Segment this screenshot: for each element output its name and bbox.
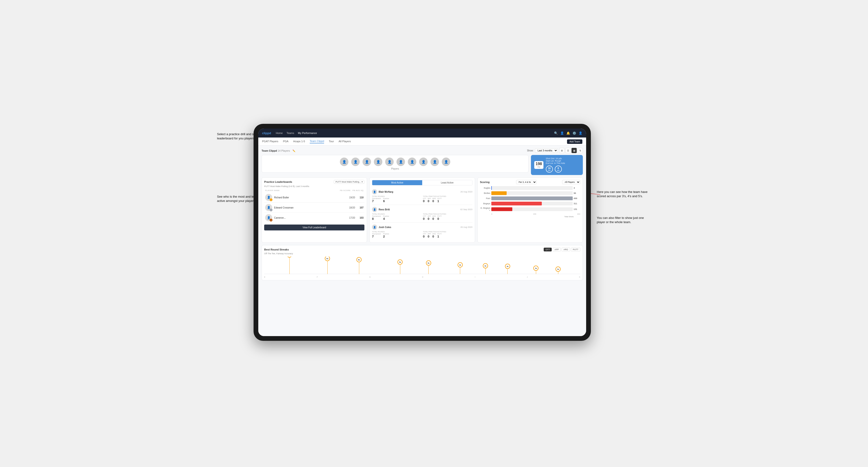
player-avatar[interactable]: 👤 xyxy=(442,158,450,166)
player-score-1: 19/20 xyxy=(346,196,355,199)
app-value-3: 0 xyxy=(428,235,431,238)
edit-icon[interactable]: ✏️ xyxy=(292,150,295,152)
nav-my-performance[interactable]: My Performance xyxy=(298,132,317,134)
player-avg-2: 107 xyxy=(357,206,364,209)
streaks-subtitle: Off The Tee, Fairway Accuracy xyxy=(264,252,580,255)
streak-line xyxy=(400,264,400,274)
par-filter-dropdown[interactable]: Par 3, 4 & 5s Par 3s Par 4s Par 5s xyxy=(516,180,536,184)
streak-dot: 6x xyxy=(325,257,330,274)
practice-col: Practice 6 xyxy=(383,198,389,203)
bar-fill-pars xyxy=(491,196,573,200)
streaks-tab-arg[interactable]: ARG xyxy=(562,248,570,251)
activity-avatar-1[interactable]: 👤 xyxy=(372,189,377,194)
player-name-1: Richard Butler xyxy=(274,196,345,199)
streaks-card: Best Round Streaks OTT APP ARG PUTT Off … xyxy=(261,245,583,280)
ott-value-3: 0 xyxy=(423,235,426,238)
least-active-tab[interactable]: Least Active xyxy=(422,180,472,185)
leaderboard-dropdown[interactable]: PUTT Must Make Putting... ▾ xyxy=(334,180,365,184)
player-avg-1: 110 xyxy=(357,196,364,199)
player-avatar[interactable]: 👤 xyxy=(397,158,405,166)
player-avatar[interactable]: 👤 xyxy=(363,158,371,166)
table-row: 👤 1 Richard Butler 19/20 110 xyxy=(264,192,365,203)
subnav-pgat[interactable]: PGAT Players xyxy=(262,140,278,143)
subnav-team-clippd[interactable]: Team Clippd xyxy=(310,139,324,144)
arg-col-3: ARG 0 xyxy=(432,233,436,238)
practice-value: 6 xyxy=(383,199,389,203)
streak-bubble: 4x xyxy=(483,263,488,269)
putt-value: 1 xyxy=(437,199,441,203)
view-full-leaderboard-button[interactable]: View Full Leaderboard xyxy=(264,224,365,230)
subnav-all-players[interactable]: All Players xyxy=(339,140,351,143)
list-item: 👤 Josh Coles 26 Aug 2023 Total Rounds xyxy=(372,223,472,240)
bar-value-birdies: 96 xyxy=(574,192,580,194)
streaks-tabs: OTT APP ARG PUTT xyxy=(544,248,580,251)
bar-label-pars: Pars xyxy=(480,197,490,199)
end-lie-label: End Lie: In The Hole xyxy=(546,162,565,164)
tournament-value-3: 7 xyxy=(372,235,381,238)
player-avatar[interactable]: 👤 xyxy=(419,158,428,166)
player-avatar-1[interactable]: 👤 1 xyxy=(265,194,272,201)
player-avatar[interactable]: 👤 xyxy=(431,158,439,166)
list-item: 👤 Blair McHarg 26 Aug 2023 Total Rounds xyxy=(372,187,472,205)
activity-avatar-2[interactable]: 👤 xyxy=(372,207,377,212)
player-avatar[interactable]: 👤 xyxy=(351,158,360,166)
bell-icon[interactable]: 🔔 xyxy=(566,131,570,135)
ott-col-3: OTT 0 xyxy=(423,233,426,238)
ott-value-2: 0 xyxy=(423,217,426,220)
shot-badge-number: 198 xyxy=(536,162,542,166)
nav-home[interactable]: Home xyxy=(276,132,283,134)
list-view-button[interactable]: ☰ xyxy=(565,148,570,153)
subnav-pga[interactable]: PGA xyxy=(283,140,288,143)
streaks-tab-ott[interactable]: OTT xyxy=(544,248,552,251)
player-avatar[interactable]: 👤 xyxy=(340,158,348,166)
start-lie-label: Start Lie: Rough xyxy=(546,160,565,162)
streaks-tab-app[interactable]: APP xyxy=(553,248,561,251)
subnav-tour[interactable]: Tour xyxy=(329,140,334,143)
sort-button[interactable]: ⇅ xyxy=(578,148,583,153)
dropdown-chevron-icon: ▾ xyxy=(362,181,363,183)
player-avatar[interactable]: 👤 xyxy=(374,158,382,166)
nav-teams[interactable]: Teams xyxy=(286,132,294,134)
streak-dot: 3x xyxy=(555,267,561,274)
streaks-tab-putt[interactable]: PUTT xyxy=(571,248,581,251)
player-avatar-2[interactable]: 👤 2 xyxy=(265,204,272,211)
bar-value-eagles: 3 xyxy=(574,187,580,189)
players-container: 👤 👤 👤 👤 👤 👤 👤 👤 👤 👤 Players xyxy=(261,155,529,173)
card-view-button[interactable]: ▦ xyxy=(571,148,577,153)
bar-track-bogeys xyxy=(491,201,573,206)
bar-label-eagles: Eagles xyxy=(480,187,490,189)
subnav-hcaps[interactable]: Hcaps 1-5 xyxy=(293,140,305,143)
activity-card: Most Active Least Active 👤 Blair McHarg … xyxy=(369,177,475,243)
practice-activities-section: Total Practice Activities OTT 0 APP xyxy=(423,195,472,203)
person-icon[interactable]: 👤 xyxy=(560,131,564,135)
putt-value-2: 0 xyxy=(437,217,441,220)
avatar-icon[interactable]: 👤 xyxy=(579,131,582,135)
app-col-3: APP 0 xyxy=(428,233,431,238)
total-practice-label-2: Total Practice Activities xyxy=(423,213,472,215)
settings-icon[interactable]: ⚙️ xyxy=(572,131,576,135)
players-filter-dropdown[interactable]: All Players xyxy=(562,180,580,184)
bar-axis: 0 200 400 xyxy=(480,213,580,215)
streak-bubble: 6x xyxy=(325,257,330,261)
player-avatar[interactable]: 👤 xyxy=(385,158,394,166)
team-header: Team Clippd 14 Players ✏️ Show: Last 3 m… xyxy=(261,148,583,153)
player-avatar[interactable]: 👤 xyxy=(408,158,416,166)
ott-value: 0 xyxy=(423,199,426,203)
add-team-button[interactable]: Add Team xyxy=(567,139,582,144)
rounds-values-3: Tournament 7 Practice 2 xyxy=(372,233,422,238)
shot-card: 198 SQ Shot Dist: 16 yds Start Lie: Roug… xyxy=(531,155,583,175)
show-dropdown[interactable]: Last 3 months Last month Last 6 months L… xyxy=(535,148,558,153)
bar-row-dbogeys: D. Bogeys + 131 xyxy=(480,207,580,212)
activity-tabs: Most Active Least Active xyxy=(372,180,472,185)
total-rounds-section-2: Total Rounds Tournament 8 Practice xyxy=(372,213,422,220)
tournament-label: Tournament xyxy=(372,198,381,199)
player-avatar-3[interactable]: 👤 3 xyxy=(265,214,272,221)
bar-value-pars: 499 xyxy=(574,197,580,199)
activity-avatar-3[interactable]: 👤 xyxy=(372,224,377,230)
most-active-tab[interactable]: Most Active xyxy=(372,180,422,185)
practice-value-2: 4 xyxy=(383,217,389,220)
search-icon[interactable]: 🔍 xyxy=(554,131,558,135)
streak-dot: 5x xyxy=(398,259,403,274)
grid-view-button[interactable]: ⊞ xyxy=(559,148,564,153)
arg-value-3: 0 xyxy=(432,235,436,238)
